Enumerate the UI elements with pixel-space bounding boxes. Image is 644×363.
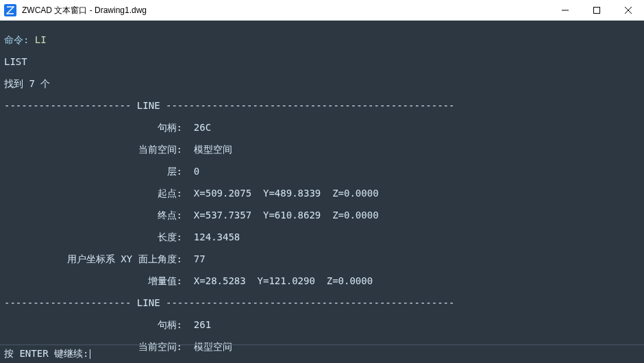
prompt-text: 按 ENTER 键继续: [4,348,88,360]
console-output: 命令: LI LIST 找到 7 个 ---------------------… [0,21,644,363]
maximize-button[interactable] [581,0,612,21]
space-value: 模型空间 [194,144,232,155]
end-label: 终点: [4,210,182,221]
window-controls [549,0,644,21]
command-prompt-label: 命令: [4,34,35,45]
length-value: 124.3458 [194,231,240,242]
text-caret [90,349,90,359]
svg-rect-1 [594,8,600,14]
command-prompt-bar[interactable]: 按 ENTER 键继续: [0,345,644,363]
space-label: 当前空间: [4,144,182,155]
app-icon [4,4,16,16]
layer-label: 层: [4,166,182,177]
start-label: 起点: [4,188,182,199]
separator-line: ---------------------- LINE ------------… [4,297,640,308]
handle-value: 26C [194,122,211,133]
found-count: 找到 7 个 [4,78,640,89]
close-button[interactable] [612,0,644,21]
minimize-button[interactable] [549,0,581,21]
angle-label: 用户坐标系 XY 面上角度: [4,253,182,264]
handle-label: 句柄: [4,122,182,133]
end-value: X=537.7357 Y=610.8629 Z=0.0000 [194,210,379,221]
angle-value: 77 [194,253,206,264]
handle-value: 261 [194,319,211,330]
layer-value: 0 [194,166,199,177]
window-title: ZWCAD 文本窗口 - Drawing1.dwg [22,5,549,16]
titlebar: ZWCAD 文本窗口 - Drawing1.dwg [0,0,644,21]
start-value: X=509.2075 Y=489.8339 Z=0.0000 [194,188,379,199]
delta-label: 增量值: [4,275,182,286]
command-name: LIST [4,56,640,67]
delta-value: X=28.5283 Y=121.0290 Z=0.0000 [194,275,373,286]
separator-line: ---------------------- LINE ------------… [4,100,640,111]
command-input-text: LI [35,34,47,45]
handle-label: 句柄: [4,319,182,330]
length-label: 长度: [4,231,182,242]
